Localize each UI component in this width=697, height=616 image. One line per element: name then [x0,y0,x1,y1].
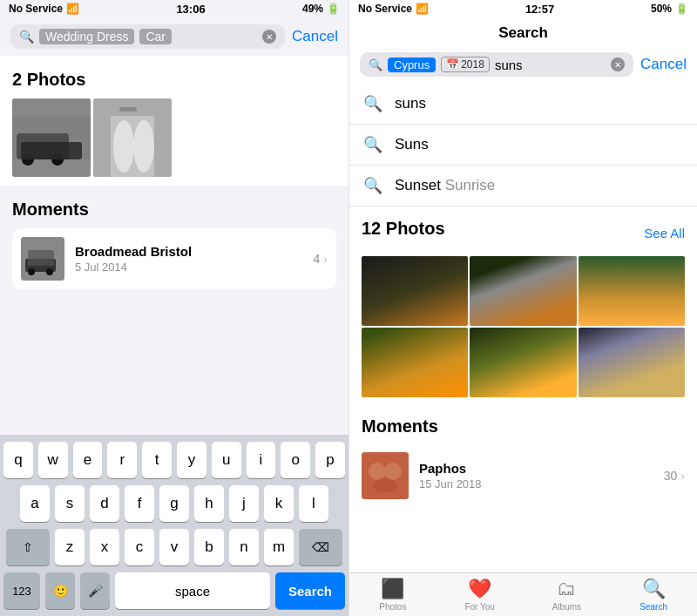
photo-right-1[interactable] [362,256,468,326]
see-all-btn[interactable]: See All [644,226,685,240]
page-title-right: Search [349,17,697,45]
moment-count-right: 30 [664,469,678,483]
suggestion-text-1: suns [395,95,426,112]
key-mic[interactable]: 🎤 [80,572,110,609]
for-you-tab-label: For You [464,602,494,612]
key-numbers[interactable]: 123 [3,572,40,609]
key-o[interactable]: o [281,442,310,478]
key-f[interactable]: f [125,485,154,522]
moment-item-right[interactable]: Paphos 15 Jun 2018 30 › [362,445,685,506]
key-k[interactable]: k [264,485,294,522]
key-shift[interactable]: ⇧ [6,529,50,565]
battery-icon-right: 🔋 [675,3,688,15]
key-s[interactable]: s [55,485,85,522]
photo-right-4[interactable] [362,328,468,397]
tab-for-you[interactable]: ❤️ For You [436,573,524,616]
key-v[interactable]: v [159,529,189,565]
status-bar-left: No Service 📶 13:06 49% 🔋 [0,0,348,17]
key-w[interactable]: w [38,442,68,478]
moment-thumb-left [21,237,64,281]
tab-albums[interactable]: 🗂 Albums [524,573,611,616]
key-b[interactable]: b [194,529,224,565]
key-j[interactable]: j [229,485,259,522]
search-tab-label: Search [639,602,667,612]
photo-right-6[interactable] [579,328,685,397]
svg-rect-5 [21,142,82,159]
svg-point-19 [384,463,402,480]
key-emoji[interactable]: 🙂 [45,572,75,609]
photo-right-2[interactable] [470,256,576,326]
key-q[interactable]: q [3,442,33,478]
left-panel: No Service 📶 13:06 49% 🔋 🔍 Wedding Dress… [0,0,348,616]
key-x[interactable]: x [90,529,119,565]
key-i[interactable]: i [247,442,276,478]
suggestion-search-icon-2: 🔍 [363,135,382,154]
svg-point-10 [133,120,154,173]
key-h[interactable]: h [194,485,224,522]
search-key[interactable]: Search [275,572,345,609]
key-space[interactable]: space [115,572,270,609]
key-a[interactable]: a [20,485,50,522]
for-you-tab-icon: ❤️ [468,578,491,600]
key-m[interactable]: m [264,529,294,565]
search-bar-left: 🔍 Wedding Dress Car ✕ Cancel [0,17,348,56]
photos-tab-icon: ⬛ [381,578,404,600]
keyboard-row-1: q w e r t y u i o p [3,442,345,478]
search-tag-place[interactable]: Cyprus [388,58,436,72]
suggestion-item-3[interactable]: 🔍 Sunset Sunrise [349,166,697,206]
cancel-btn-right[interactable]: Cancel [640,56,687,73]
key-t[interactable]: t [142,442,172,478]
photo-thumb-2[interactable] [93,98,172,177]
search-icon-left: 🔍 [19,30,34,44]
search-tag-year[interactable]: 📅 2018 [441,57,490,72]
key-delete[interactable]: ⌫ [299,529,342,565]
keyboard: q w e r t y u i o p a s d f g h j k l ⇧ … [0,435,348,616]
search-input-left[interactable]: 🔍 Wedding Dress Car ✕ [10,24,285,49]
cancel-btn-left[interactable]: Cancel [292,28,338,45]
search-clear-left[interactable]: ✕ [262,30,276,44]
search-tag-wedding[interactable]: Wedding Dress [39,29,134,44]
key-d[interactable]: d [90,485,119,522]
moment-thumb-right [362,452,409,499]
moment-title-left: Broadmead Bristol [75,244,303,259]
key-e[interactable]: e [73,442,103,478]
search-query-text: suns [495,58,523,72]
svg-rect-16 [28,250,54,266]
key-z[interactable]: z [55,529,85,565]
suggestion-text-3: Sunset Sunrise [395,177,495,194]
photos-section-left: 2 Photos [0,56,348,186]
search-input-right[interactable]: 🔍 Cyprus 📅 2018 suns ✕ [360,52,633,77]
suggestion-item-2[interactable]: 🔍 Suns [349,125,697,166]
svg-rect-11 [119,107,137,112]
carrier-left: No Service [9,3,63,15]
tab-search[interactable]: 🔍 Search [610,573,697,616]
time-left: 13:06 [176,3,205,16]
moments-right: Moments Paphos 15 Jun 2018 30 › [349,404,697,513]
moment-item-left[interactable]: Broadmead Bristol 5 Jul 2014 4 › [12,228,336,289]
wifi-icon-left: 📶 [66,3,79,15]
photo-right-3[interactable] [579,256,685,326]
suggestion-item-1[interactable]: 🔍 suns [349,84,697,125]
moment-count-left: 4 [314,252,321,266]
albums-tab-icon: 🗂 [557,578,576,600]
svg-point-15 [46,268,53,275]
photo-thumb-1[interactable] [12,98,91,177]
status-bar-right: No Service 📶 12:57 50% 🔋 [349,0,697,17]
tab-photos[interactable]: ⬛ Photos [349,573,436,616]
photos-tab-label: Photos [379,602,406,612]
key-p[interactable]: p [315,442,345,478]
key-u[interactable]: u [212,442,241,478]
chevron-right: › [680,469,685,483]
right-panel: No Service 📶 12:57 50% 🔋 Search 🔍 Cyprus… [348,0,697,616]
photo-right-5[interactable] [470,328,576,397]
key-r[interactable]: r [107,442,137,478]
key-n[interactable]: n [229,529,259,565]
key-y[interactable]: y [177,442,206,478]
search-clear-right[interactable]: ✕ [611,58,625,71]
search-tag-car[interactable]: Car [139,29,172,44]
moment-date-left: 5 Jul 2014 [75,261,303,274]
key-c[interactable]: c [125,529,154,565]
key-l[interactable]: l [299,485,328,522]
key-g[interactable]: g [159,485,189,522]
wifi-icon-right: 📶 [416,3,429,15]
